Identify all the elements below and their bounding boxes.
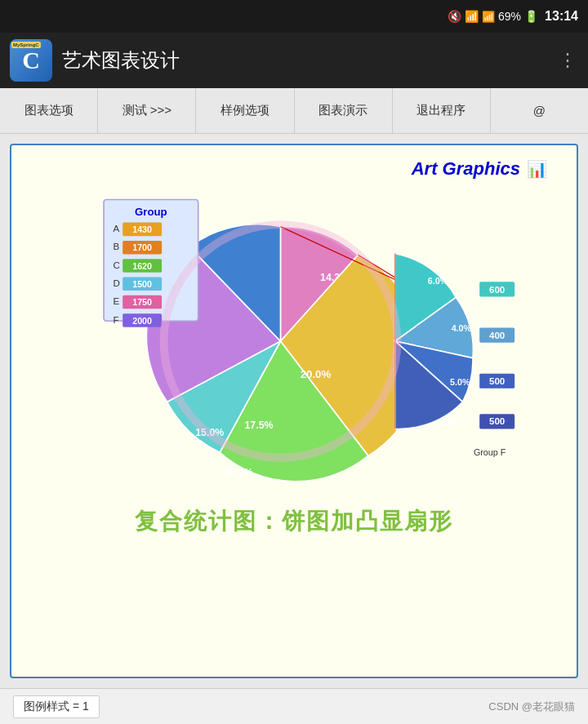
- nav-item-at[interactable]: @: [491, 88, 588, 133]
- svg-text:4.0%: 4.0%: [452, 323, 472, 333]
- svg-text:5.0%: 5.0%: [450, 377, 470, 387]
- app-bar-left: MySpringC C 艺术图表设计: [10, 39, 180, 82]
- svg-text:5.0%: 5.0%: [439, 417, 460, 427]
- app-icon-badge: MySpringC: [11, 42, 41, 48]
- main-content: Art Graphics 📊 14.3% 17.0% 16.2% 15.0% 1…: [0, 134, 588, 688]
- chart-title: Art Graphics: [412, 158, 520, 180]
- chart-container: Art Graphics 📊 14.3% 17.0% 16.2% 15.0% 1…: [10, 144, 578, 678]
- svg-text:6.0%: 6.0%: [428, 276, 448, 286]
- battery-icon: 🔋: [524, 10, 538, 23]
- mute-icon: 🔇: [448, 10, 461, 23]
- svg-text:400: 400: [489, 331, 505, 340]
- nav-item-demo[interactable]: 图表演示: [295, 88, 393, 133]
- nav-item-samples[interactable]: 样例选项: [196, 88, 294, 133]
- chart-bar-icon: 📊: [527, 159, 547, 179]
- signal-icon: 📶: [482, 11, 495, 23]
- nav-item-exit[interactable]: 退出程序: [393, 88, 491, 133]
- battery-text: 69%: [498, 10, 521, 23]
- svg-text:1700: 1700: [132, 242, 152, 252]
- svg-text:F: F: [114, 315, 119, 325]
- svg-text:A: A: [114, 224, 120, 233]
- wifi-icon: 📶: [465, 10, 479, 23]
- svg-text:20.0%: 20.0%: [301, 368, 332, 380]
- chart-subtitle: 复合统计图：饼图加凸显扇形: [24, 506, 564, 537]
- bottom-bar: 图例样式 = 1 CSDN @老花眼猫: [0, 688, 588, 724]
- svg-text:E: E: [114, 296, 120, 306]
- nav-item-test[interactable]: 测试 >>>: [98, 88, 196, 133]
- app-icon: MySpringC C: [10, 39, 52, 82]
- svg-text:Group: Group: [135, 206, 167, 218]
- svg-text:1750: 1750: [132, 297, 152, 307]
- credit-label: CSDN @老花眼猫: [488, 700, 575, 714]
- chart-title-area: Art Graphics 📊: [24, 158, 564, 180]
- svg-text:1620: 1620: [132, 261, 152, 271]
- status-bar: 🔇 📶 📶 69% 🔋 13:14: [0, 0, 588, 33]
- nav-bar: 图表选项 测试 >>> 样例选项 图表演示 退出程序 @: [0, 88, 588, 134]
- svg-text:17.5%: 17.5%: [244, 420, 273, 431]
- chart-svg: 14.3% 17.0% 16.2% 15.0% 17.5% 20.0%: [24, 186, 564, 496]
- svg-text:C: C: [114, 260, 120, 270]
- status-time: 13:14: [545, 9, 578, 24]
- svg-text:600: 600: [489, 285, 505, 295]
- svg-text:D: D: [114, 278, 120, 288]
- app-bar: MySpringC C 艺术图表设计 ⋮: [0, 33, 588, 88]
- legend-style-label: 图例样式 = 1: [13, 695, 100, 718]
- app-icon-letter: C: [22, 47, 40, 74]
- svg-text:1430: 1430: [132, 224, 152, 234]
- svg-text:2000: 2000: [132, 316, 152, 326]
- svg-text:16.2%: 16.2%: [225, 467, 253, 478]
- svg-text:1500: 1500: [132, 279, 152, 289]
- svg-text:500: 500: [489, 416, 505, 426]
- status-icons: 🔇 📶 📶 69% 🔋: [448, 10, 538, 23]
- svg-text:500: 500: [489, 376, 505, 386]
- nav-item-charts[interactable]: 图表选项: [0, 88, 98, 133]
- app-menu-button[interactable]: ⋮: [559, 50, 578, 71]
- app-title: 艺术图表设计: [62, 47, 180, 73]
- svg-text:B: B: [114, 242, 120, 251]
- svg-text:Group F: Group F: [474, 447, 506, 457]
